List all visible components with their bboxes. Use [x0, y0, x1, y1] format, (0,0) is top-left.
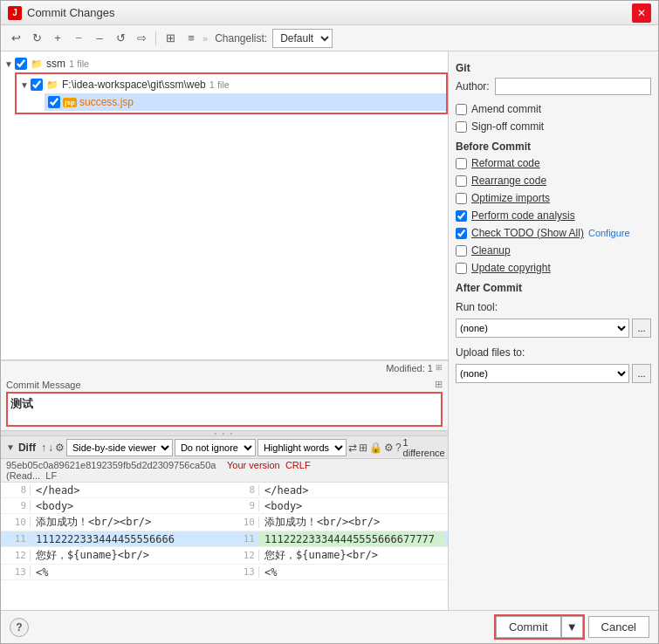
modified-count: Modified: 1	[386, 363, 433, 373]
commit-btn-group: Commit ▼	[496, 616, 583, 638]
diff-num-l-8: 8	[4, 484, 31, 496]
cleanup-checkbox[interactable]	[456, 245, 467, 257]
rearrange-code-checkbox[interactable]	[456, 175, 467, 187]
toolbar-list[interactable]: ≡	[182, 29, 201, 48]
toolbar-more: »	[203, 33, 208, 44]
diff-row-8: 8 </head> 8 </head>	[1, 483, 448, 498]
checkbox-ssm[interactable]	[15, 58, 27, 70]
diff-sync-btn[interactable]: ⇄	[348, 439, 357, 456]
close-button[interactable]: ✕	[632, 3, 651, 23]
title-bar-left: J Commit Changes	[8, 6, 114, 20]
configure-link[interactable]: Configure	[588, 228, 630, 238]
highlight-select[interactable]: Highlight words	[257, 439, 347, 456]
diff-left-11: 1112222333444455556666	[31, 532, 216, 546]
diff-num-l-12: 12	[4, 550, 31, 561]
diff-right-13: <%	[259, 565, 444, 579]
diff-settings-btn[interactable]: ⚙	[55, 439, 65, 456]
upload-files-dots-btn[interactable]: ...	[632, 364, 651, 383]
tree-item-web[interactable]: ▼ 📁 F:\idea-workspace\git\ssm\web 1 file	[17, 76, 446, 93]
optimize-imports-row: Optimize imports	[456, 192, 651, 204]
help-button[interactable]: ?	[10, 618, 29, 637]
app-icon: J	[8, 6, 22, 20]
amend-commit-checkbox[interactable]	[456, 104, 467, 115]
update-copyright-label: Update copyright	[471, 262, 551, 274]
diff-prev-btn[interactable]: ↑	[41, 439, 46, 456]
folder-icon-ssm: 📁	[30, 57, 44, 71]
diff-collapse-arrow[interactable]: ▼	[6, 442, 15, 452]
diff-left-10: 添加成功！<br/><br/>	[31, 514, 216, 531]
ignore-select[interactable]: Do not ignore	[175, 439, 256, 456]
toolbar-arrow-left[interactable]: ↩	[6, 29, 25, 48]
toolbar-grid[interactable]: ⊞	[161, 29, 180, 48]
commit-label: Commit	[509, 620, 548, 634]
toolbar-undo[interactable]: ↺	[111, 29, 130, 48]
perform-analysis-checkbox[interactable]	[456, 210, 467, 222]
after-commit-title: After Commit	[456, 282, 651, 294]
tree-item-ssm[interactable]: ▼ 📁 ssm 1 file	[1, 55, 448, 72]
label-web: F:\idea-workspace\git\ssm\web	[62, 79, 206, 91]
optimize-imports-label: Optimize imports	[471, 192, 550, 204]
label-success: success.jsp	[79, 96, 134, 108]
commit-button[interactable]: Commit	[496, 616, 561, 638]
run-tool-select[interactable]: (none)	[456, 319, 629, 338]
run-tool-dots-btn[interactable]: ...	[632, 319, 651, 338]
toolbar-separator-1	[155, 31, 156, 45]
sign-off-checkbox[interactable]	[456, 121, 467, 133]
diff-file-right: Your version CRLF	[222, 460, 443, 481]
diff-num-l-11: 11	[4, 533, 31, 545]
expand-arrow-web[interactable]: ▼	[20, 80, 31, 90]
diff-right-8: </head>	[259, 483, 444, 497]
toolbar-add[interactable]: +	[48, 29, 67, 48]
changelist-select[interactable]: Default	[272, 29, 333, 48]
diff-next-btn[interactable]: ↓	[48, 439, 53, 456]
update-copyright-checkbox[interactable]	[456, 263, 467, 274]
check-todo-checkbox[interactable]	[456, 228, 467, 239]
main-content: ▼ 📁 ssm 1 file ▼ 📁 F:\idea-workspace\git…	[1, 51, 658, 610]
jsp-icon: jsp	[63, 95, 77, 109]
before-commit-title: Before Commit	[456, 140, 651, 153]
checkbox-web[interactable]	[31, 79, 43, 91]
diff-right-9: <body>	[259, 499, 444, 513]
cancel-button[interactable]: Cancel	[588, 616, 649, 638]
diff-row-10: 10 添加成功！<br/><br/> 10 添加成功！<br/><br/>	[1, 514, 448, 531]
toolbar-minus-minus[interactable]: –	[90, 29, 109, 48]
expand-arrow-ssm[interactable]: ▼	[4, 59, 15, 69]
upload-files-row: (none) ...	[456, 364, 651, 383]
diff-right-10: 添加成功！<br/><br/>	[259, 514, 444, 531]
label-ssm: ssm	[46, 58, 65, 70]
diff-file-row: 95eb05c0a89621e8192359fb5d2d2309756ca50a…	[1, 459, 448, 483]
commit-message-box[interactable]: 测试	[6, 392, 443, 427]
diff-help-btn[interactable]: ?	[395, 439, 402, 456]
highlighted-section: ▼ 📁 F:\idea-workspace\git\ssm\web 1 file…	[15, 72, 448, 114]
checkbox-success[interactable]	[48, 96, 60, 108]
cleanup-label: Cleanup	[471, 244, 511, 257]
check-todo-label: Check TODO (Show All)	[471, 227, 584, 239]
diff-header: ▼ Diff ↑ ↓ ⚙ Side-by-side viewer Do not …	[1, 436, 448, 459]
git-section-title: Git	[456, 62, 651, 74]
diff-compare-btn[interactable]: ⊞	[359, 439, 367, 456]
diff-lock-btn[interactable]: 🔒	[369, 439, 382, 456]
expand-modified-icon[interactable]: ⊞	[436, 363, 443, 373]
perform-analysis-row: Perform code analysis	[456, 209, 651, 222]
optimize-imports-checkbox[interactable]	[456, 193, 467, 204]
diff-row-12: 12 您好，${uname}<br/> 12 您好，${uname}<br/>	[1, 547, 448, 565]
changelist-label: Changelist:	[215, 32, 267, 45]
diff-left-8: </head>	[31, 483, 216, 497]
run-tool-label: Run tool:	[456, 301, 651, 313]
reformat-code-label: Reformat code	[471, 157, 540, 169]
tree-item-success[interactable]: jsp success.jsp	[45, 93, 446, 111]
toolbar-remove[interactable]: −	[69, 29, 88, 48]
commit-dropdown-button[interactable]: ▼	[561, 616, 583, 638]
author-label: Author:	[456, 80, 490, 92]
commit-message-expand-icon[interactable]: ⊞	[435, 379, 443, 390]
viewer-select[interactable]: Side-by-side viewer	[66, 439, 173, 456]
toolbar-refresh[interactable]: ↻	[27, 29, 46, 48]
reformat-code-checkbox[interactable]	[456, 158, 467, 169]
diff-section: ▼ Diff ↑ ↓ ⚙ Side-by-side viewer Do not …	[1, 435, 448, 610]
toolbar-import[interactable]: ⇨	[132, 29, 151, 48]
diff-gear-btn[interactable]: ⚙	[384, 439, 394, 456]
diff-left-12: 您好，${uname}<br/>	[31, 547, 216, 564]
author-input[interactable]	[495, 78, 651, 95]
upload-files-select[interactable]: (none)	[456, 364, 629, 383]
toolbar: ↩ ↻ + − – ↺ ⇨ ⊞ ≡ » Changelist: Default	[1, 25, 658, 51]
